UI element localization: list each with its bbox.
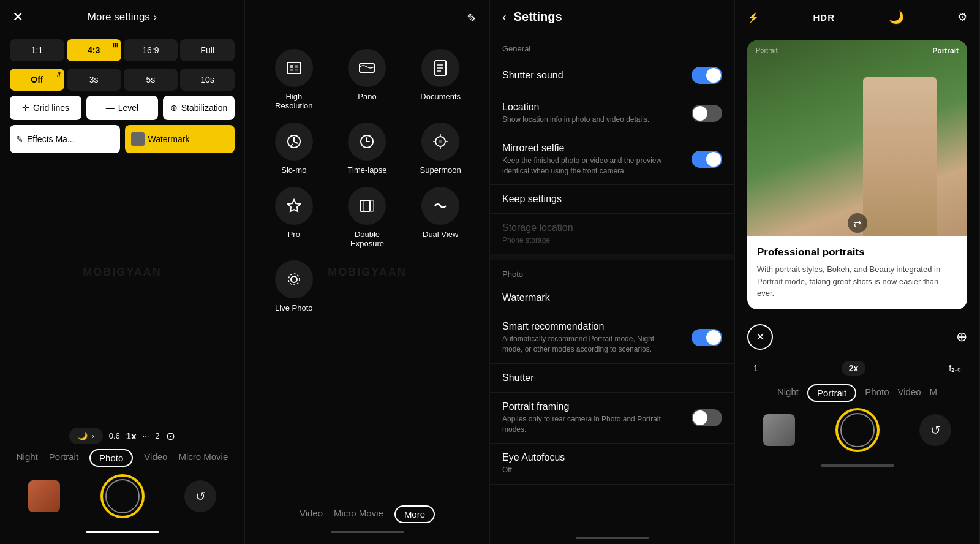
live-photo-label: Live Photo [275,303,312,312]
svg-rect-19 [360,200,370,211]
mirrored-selfie-title: Mirrored selfie [502,143,674,154]
mirrored-selfie-subtitle: Keep the finished photo or video and the… [502,156,674,176]
mode-dual-view[interactable]: Dual View [410,187,471,248]
shutter-item[interactable]: Shutter [490,364,734,393]
flip-camera-button[interactable]: ↺ [184,480,216,512]
mirrored-selfie-toggle[interactable] [692,151,722,168]
edit-icon[interactable]: ✎ [467,11,477,26]
aspect-4-3[interactable]: 4:3 ⊞ [67,39,121,61]
portrait-shutter-inner [840,413,875,447]
night-mode-toggle[interactable]: 🌙 › [69,428,102,444]
swap-camera-icon[interactable]: ⇄ [848,213,867,233]
hdr-label[interactable]: HDR [813,12,835,23]
back-icon[interactable]: ‹ [502,10,507,24]
close-icon[interactable]: ✕ [12,9,23,25]
mode-micro-movie[interactable]: Micro Movie [178,449,228,467]
shutter-button[interactable] [100,474,145,518]
pano-icon [348,49,386,87]
timer-5s[interactable]: 5s [124,69,178,91]
portrait-flip-button[interactable]: ↺ [919,414,951,446]
gear-icon[interactable]: ⚙ [957,10,967,24]
p2-mode-video[interactable]: Video [300,505,323,523]
svg-rect-20 [364,200,374,211]
mode-live-photo[interactable]: Live Photo [263,260,325,312]
portrait-thumbnail-preview[interactable] [763,414,795,446]
mode-double-exposure[interactable]: DoubleExposure [337,187,398,248]
storage-location-title: Storage location [502,222,573,233]
p4-mode-m[interactable]: M [930,384,938,402]
level-button[interactable]: — Level [86,96,158,120]
portrait-feature-icon[interactable]: ⊕ [956,329,967,345]
pro-label: Pro [288,230,300,239]
double-exposure-icon [348,187,386,225]
portrait-preview: Portrait Portrait ⇄ Professional portrai… [747,40,967,309]
flash-off-icon[interactable]: ⚡ [747,12,760,23]
p2-mode-more[interactable]: More [394,505,435,523]
close-portrait-card-button[interactable]: ✕ [747,324,773,350]
keep-settings-item[interactable]: Keep settings [490,185,734,214]
grid-lines-label: Grid lines [33,103,69,113]
effects-button[interactable]: ✎ Effects Ma... [10,125,120,153]
level-label: Level [118,103,138,113]
aspect-1-1[interactable]: 1:1 [10,39,64,61]
timer-off[interactable]: Off // [10,69,64,91]
watermark-item[interactable]: Watermark [490,284,734,312]
portrait-shutter-button[interactable] [835,408,880,452]
portrait-framing-toggle[interactable] [692,409,722,426]
location-toggle[interactable] [692,105,722,122]
svg-rect-2 [295,65,298,68]
zoom-1x-active[interactable]: 1x [126,431,137,441]
flip-icon: ↺ [195,489,206,504]
zoom-row: 1 2x f₂.₀ [735,358,979,378]
zoom-0-6[interactable]: 0.6 [109,431,120,440]
mode-supermoon[interactable]: Supermoon [410,123,471,175]
documents-label: Documents [420,92,461,101]
p2-mode-micro-movie[interactable]: Micro Movie [334,505,383,523]
shutter-sound-toggle[interactable] [692,67,722,84]
supermoon-label: Supermoon [420,165,461,175]
mode-photo[interactable]: Photo [89,449,133,467]
zoom-1[interactable]: 1 [753,363,758,373]
p4-mode-photo[interactable]: Photo [865,384,889,402]
panel3-header: ‹ Settings [490,0,734,34]
aspect-full[interactable]: Full [180,39,235,61]
mode-portrait[interactable]: Portrait [49,449,78,467]
aspect-16-9[interactable]: 16:9 [124,39,178,61]
timer-10s[interactable]: 10s [180,69,235,91]
mode-documents[interactable]: Documents [410,49,471,110]
smart-rec-toggle[interactable] [692,329,722,346]
documents-icon [421,49,459,87]
settings-list: General Shutter sound Location Show loca… [490,34,734,532]
stabilization-button[interactable]: ⊕ Stabilization [163,96,235,120]
thumbnail-preview[interactable] [28,480,60,512]
effects-icon: ✎ [16,134,23,144]
arrow-icon: › [154,12,157,23]
effects-watermark-row: ✎ Effects Ma... Watermark [10,125,235,153]
watermark-button[interactable]: Watermark [125,125,235,153]
mode-pano[interactable]: Pano [337,49,398,110]
mode-video[interactable]: Video [144,449,167,467]
grid-lines-button[interactable]: ✛ Grid lines [10,96,81,120]
p4-mode-video[interactable]: Video [898,384,921,402]
timer-3s[interactable]: 3s [67,69,121,91]
panel1-bottom: 🌙 › 0.6 1x ··· 2 ⊙ Night Portrait Photo … [0,421,244,544]
p4-mode-night[interactable]: Night [777,384,799,402]
zoom-f[interactable]: f₂.₀ [949,363,961,373]
toggle-dot-4 [706,330,721,345]
shutter-inner [105,479,140,513]
mode-night[interactable]: Night [17,449,38,467]
mode-time-lapse[interactable]: Time-lapse [337,123,398,175]
p4-mode-portrait[interactable]: Portrait [807,384,856,402]
zoom-2[interactable]: 2 [155,431,159,440]
mode-high-resolution[interactable]: HighResolution [263,49,325,110]
portrait-card-description: With portrait styles, Bokeh, and Beauty … [757,263,957,300]
moon-icon: 🌙 [78,431,88,440]
effects-label: Effects Ma... [27,134,75,144]
mode-slo-mo[interactable]: Slo-mo [263,123,325,175]
slo-mo-label: Slo-mo [281,165,306,175]
mode-pro[interactable]: Pro [263,187,325,248]
toggle-dot [706,68,721,83]
settings-wheel-icon[interactable]: ⊙ [166,429,175,443]
zoom-2x[interactable]: 2x [842,361,866,376]
moon-icon[interactable]: 🌙 [889,10,904,25]
